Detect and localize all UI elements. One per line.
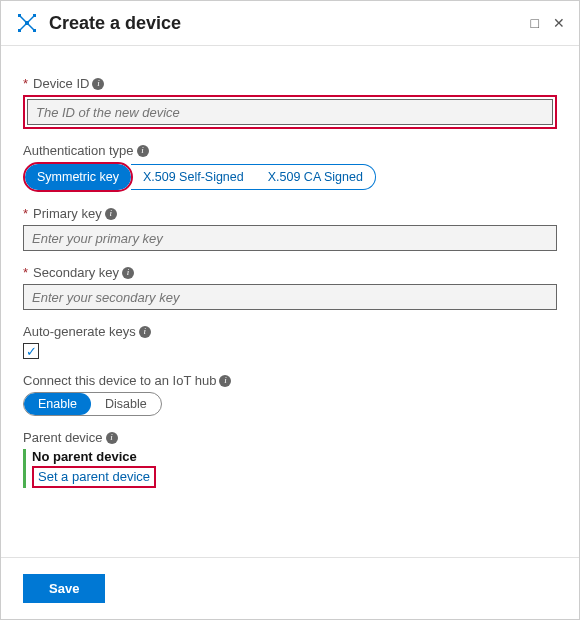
- primary-key-label: Primary key: [33, 206, 102, 221]
- field-primary-key: * Primary key i: [23, 206, 557, 251]
- svg-line-8: [27, 23, 34, 30]
- field-autogen-keys: Auto-generate keys i ✓: [23, 324, 557, 359]
- info-icon[interactable]: i: [122, 267, 134, 279]
- dialog-header: Create a device □ ✕: [1, 1, 579, 46]
- parent-link-highlight: Set a parent device: [32, 466, 156, 488]
- auth-option-symmetric-key[interactable]: Symmetric key: [25, 164, 131, 190]
- checkmark-icon: ✓: [26, 344, 37, 359]
- connect-option-disable[interactable]: Disable: [91, 393, 161, 415]
- info-icon[interactable]: i: [219, 375, 231, 387]
- info-icon[interactable]: i: [139, 326, 151, 338]
- device-id-input[interactable]: [27, 99, 553, 125]
- field-secondary-key: * Secondary key i: [23, 265, 557, 310]
- auth-type-label: Authentication type: [23, 143, 134, 158]
- info-icon[interactable]: i: [137, 145, 149, 157]
- app-logo-icon: [15, 11, 39, 35]
- save-button[interactable]: Save: [23, 574, 105, 603]
- set-parent-device-link[interactable]: Set a parent device: [38, 469, 150, 484]
- field-connect-hub: Connect this device to an IoT hub i Enab…: [23, 373, 557, 416]
- auth-option-x509-ca-signed[interactable]: X.509 CA Signed: [256, 165, 375, 189]
- connect-option-enable[interactable]: Enable: [24, 393, 91, 415]
- parent-status: No parent device: [32, 449, 557, 464]
- connect-label: Connect this device to an IoT hub: [23, 373, 216, 388]
- connect-toggle: Enable Disable: [23, 392, 162, 416]
- required-marker: *: [23, 76, 28, 91]
- dialog-body: * Device ID i Authentication type i Symm…: [1, 46, 579, 512]
- info-icon[interactable]: i: [106, 432, 118, 444]
- secondary-key-input[interactable]: [23, 284, 557, 310]
- auth-selected-highlight: Symmetric key: [23, 162, 133, 192]
- parent-label: Parent device: [23, 430, 103, 445]
- device-id-highlight: [23, 95, 557, 129]
- autogen-checkbox[interactable]: ✓: [23, 343, 39, 359]
- field-device-id: * Device ID i: [23, 76, 557, 129]
- info-icon[interactable]: i: [92, 78, 104, 90]
- primary-key-input[interactable]: [23, 225, 557, 251]
- close-icon[interactable]: ✕: [553, 16, 565, 30]
- info-icon[interactable]: i: [105, 208, 117, 220]
- required-marker: *: [23, 265, 28, 280]
- dialog-footer: Save: [1, 557, 579, 619]
- secondary-key-label: Secondary key: [33, 265, 119, 280]
- svg-line-6: [27, 16, 34, 23]
- autogen-label: Auto-generate keys: [23, 324, 136, 339]
- required-marker: *: [23, 206, 28, 221]
- svg-line-5: [20, 16, 27, 23]
- field-auth-type: Authentication type i Symmetric key X.50…: [23, 143, 557, 192]
- field-parent-device: Parent device i No parent device Set a p…: [23, 430, 557, 488]
- auth-option-x509-self-signed[interactable]: X.509 Self-Signed: [131, 165, 256, 189]
- svg-line-7: [20, 23, 27, 30]
- dialog-title: Create a device: [49, 13, 531, 34]
- maximize-icon[interactable]: □: [531, 16, 539, 30]
- device-id-label: Device ID: [33, 76, 89, 91]
